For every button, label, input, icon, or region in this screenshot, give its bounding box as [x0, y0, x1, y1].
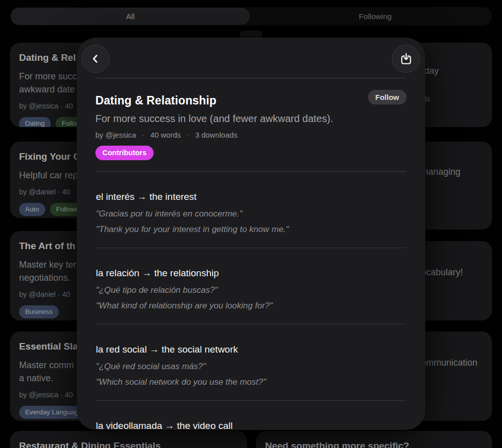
app-screen: All Following Dating & Rel For more succ… [0, 0, 502, 448]
pack-detail-modal: Dating & Relationship Follow For more su… [77, 38, 425, 430]
vocab-entry[interactable]: la relación → the relationship "¿Qué tip… [96, 248, 406, 324]
header-divider [96, 78, 406, 78]
vocab-example-en: "Which social network do you use the mos… [96, 376, 406, 388]
pack-author: by @jessica [95, 130, 136, 140]
pack-subtitle: For more success in love (and fewer awkw… [95, 111, 333, 126]
meta-dot: · [142, 130, 144, 140]
vocab-entry[interactable]: la videollamada → the video call [96, 401, 406, 430]
pack-title: Dating & Relationship [95, 93, 216, 108]
contributors-badge[interactable]: Contributors [95, 146, 154, 160]
vocab-term: la relación → the relationship [96, 267, 406, 279]
pack-download-count: 3 downloads [195, 130, 237, 140]
follow-button[interactable]: Follow [368, 90, 407, 104]
vocab-term: la videollamada → the video call [96, 420, 406, 430]
meta-dot: · [187, 130, 189, 140]
vocab-term: el interés → the interest [96, 191, 406, 203]
chevron-left-icon [89, 53, 101, 65]
pack-meta: by @jessica · 40 words · 3 downloads [95, 130, 237, 140]
vocab-entry-list: el interés → the interest "Gracias por t… [96, 172, 406, 430]
download-icon [400, 52, 413, 65]
vocab-example-es: "Gracias por tu interés en conocerme." [96, 208, 406, 220]
vocab-example-es: "¿Qué tipo de relación buscas?" [96, 284, 406, 296]
vocab-example-en: "What kind of relationship are you looki… [96, 300, 406, 312]
vocab-term: la red social → the social network [96, 344, 406, 356]
back-button[interactable] [81, 45, 109, 73]
download-button[interactable] [392, 45, 420, 73]
vocab-example-es: "¿Qué red social usas más?" [96, 361, 406, 373]
vocab-entry[interactable]: el interés → the interest "Gracias por t… [96, 172, 406, 248]
pack-word-count: 40 words [150, 130, 181, 140]
vocab-entry[interactable]: la red social → the social network "¿Qué… [96, 324, 406, 401]
vocab-example-en: "Thank you for your interest in getting … [96, 223, 406, 236]
